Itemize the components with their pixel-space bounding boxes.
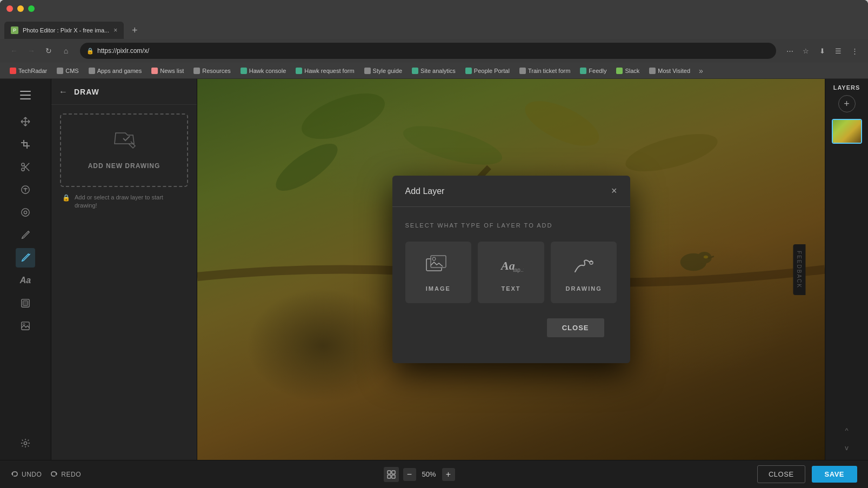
bookmark-style-guide[interactable]: Style guide [360,65,406,77]
bookmark-most-visited-label: Most Visited [658,68,690,74]
zoom-in-button[interactable]: + [442,468,455,481]
modal-close-x-button[interactable]: × [611,185,617,197]
layers-up-icon[interactable]: ^ [840,423,854,437]
redo-button[interactable]: REDO [50,471,81,478]
bottom-toolbar: UNDO REDO − 50% + CLOSE SAVE [0,460,868,488]
bookmark-people-portal-icon [465,68,472,74]
forward-button[interactable]: → [24,43,39,58]
extensions-icon[interactable]: ⋯ [783,44,797,58]
maximize-window-button[interactable] [28,5,35,12]
bookmark-slack[interactable]: Slack [612,65,644,77]
new-tab-button[interactable]: + [126,22,143,39]
settings-tool[interactable] [16,433,35,453]
download-icon[interactable]: ⬇ [815,44,829,58]
svg-line-9 [24,165,29,171]
refresh-button[interactable]: ↻ [41,43,56,58]
svg-rect-36 [388,475,391,478]
layer-option-text[interactable]: Aatap..tap TEXT [478,242,544,303]
bookmark-style-guide-icon [364,68,371,74]
bookmark-news-list[interactable]: News list [147,65,188,77]
bookmark-train-ticket[interactable]: Train ticket form [515,65,575,77]
toolbar-save-button[interactable]: SAVE [812,466,857,483]
back-button[interactable]: ← [6,43,22,58]
add-drawing-icon [111,131,137,157]
bookmark-site-analytics-icon [412,68,418,74]
bookmark-hawk-request-icon [296,68,302,74]
bookmark-apps-games-label: Apps and games [97,68,142,74]
bookmark-hawk-request-label: Hawk request form [304,68,354,74]
layer-option-drawing[interactable]: DRAWING [551,242,617,303]
brush-tool[interactable] [16,225,35,245]
drawing-layer-label: DRAWING [566,285,602,292]
browser-tab-active[interactable]: P Photo Editor : Pixlr X - free ima... × [4,22,124,39]
close-window-button[interactable] [6,5,13,12]
bookmark-techradar-icon [10,68,16,74]
layer-thumbnail-image [833,120,861,143]
bookmark-apps-games[interactable]: Apps and games [84,65,146,77]
overlay-tool[interactable] [16,293,35,313]
modal-header: Add Layer × [392,176,630,207]
bookmark-star-icon[interactable]: ☆ [799,44,813,58]
crop-tool[interactable] [16,135,35,154]
add-layer-modal: Add Layer × SELECT WHAT TYPE OF LAYER TO… [392,176,630,363]
bookmark-cms[interactable]: CMS [52,65,83,77]
draw-panel-body: ADD NEW DRAWING 🔒 Add or select a draw l… [51,105,197,460]
zoom-out-button[interactable]: − [403,468,416,481]
draw-back-button[interactable]: ← [59,87,68,97]
settings-icon[interactable]: ⋮ [847,44,862,58]
bookmark-feedly[interactable]: Feedly [576,65,611,77]
bookmark-hawk-console[interactable]: Hawk console [236,65,290,77]
app-content: Aa ← DRAW [0,79,868,460]
layer-option-image[interactable]: IMAGE [405,242,472,303]
draw-panel-header: ← DRAW [51,79,197,105]
toolbar-close-button[interactable]: CLOSE [757,465,805,483]
adjust-tool[interactable] [16,180,35,199]
layers-down-icon[interactable]: v [840,440,854,454]
bookmark-most-visited[interactable]: Most Visited [645,65,695,77]
modal-body: SELECT WHAT TYPE OF LAYER TO ADD IMAGE [392,207,630,363]
home-button[interactable]: ⌂ [58,43,74,58]
reading-list-icon[interactable]: ☰ [831,44,845,58]
undo-button[interactable]: UNDO [11,471,42,478]
address-bar[interactable]: 🔒 https://pixlr.com/x/ [80,43,776,59]
window-controls [6,5,35,12]
add-drawing-box[interactable]: ADD NEW DRAWING [60,113,188,187]
browser-window: P Photo Editor : Pixlr X - free ima... ×… [0,0,868,488]
image-layer-icon [425,253,451,279]
svg-rect-34 [388,471,391,474]
svg-rect-35 [392,471,395,474]
sidebar-bottom [16,432,35,454]
bookmark-hawk-request[interactable]: Hawk request form [291,65,358,77]
bookmark-people-portal-label: People Portal [474,68,510,74]
bookmark-site-analytics-label: Site analytics [420,68,456,74]
bookmark-people-portal[interactable]: People Portal [461,65,514,77]
text-tool[interactable]: Aa [16,271,35,290]
draw-panel-title: DRAW [74,88,99,96]
bookmark-site-analytics[interactable]: Site analytics [408,65,460,77]
bookmark-apps-games-icon [89,68,95,74]
bookmark-slack-icon [616,68,623,74]
liquify-tool[interactable] [16,203,35,222]
hamburger-menu-icon[interactable] [15,84,36,106]
minimize-window-button[interactable] [17,5,24,12]
add-layer-button[interactable]: + [838,95,856,112]
modal-close-button[interactable]: CLOSE [547,318,604,337]
canvas-area[interactable]: Add Layer × SELECT WHAT TYPE OF LAYER TO… [197,79,825,460]
tab-close-button[interactable]: × [113,26,117,34]
bookmark-resources[interactable]: Resources [189,65,235,77]
scissors-tool[interactable] [16,157,35,177]
layer-thumbnail[interactable] [832,119,862,144]
image-tool[interactable] [16,316,35,336]
fit-to-screen-button[interactable] [384,467,399,482]
bookmark-hawk-console-icon [241,68,247,74]
tab-bar: P Photo Editor : Pixlr X - free ima... ×… [0,17,868,39]
move-tool[interactable] [16,112,35,131]
bookmark-techradar[interactable]: TechRadar [5,65,51,77]
modal-overlay: Add Layer × SELECT WHAT TYPE OF LAYER TO… [197,79,825,460]
right-panel-bottom: ^ v [840,423,854,454]
bookmark-train-ticket-icon [519,68,526,74]
bookmarks-more-button[interactable]: » [696,66,706,75]
svg-rect-0 [20,91,31,92]
draw-tool[interactable] [16,248,35,268]
bookmark-slack-label: Slack [625,68,639,74]
